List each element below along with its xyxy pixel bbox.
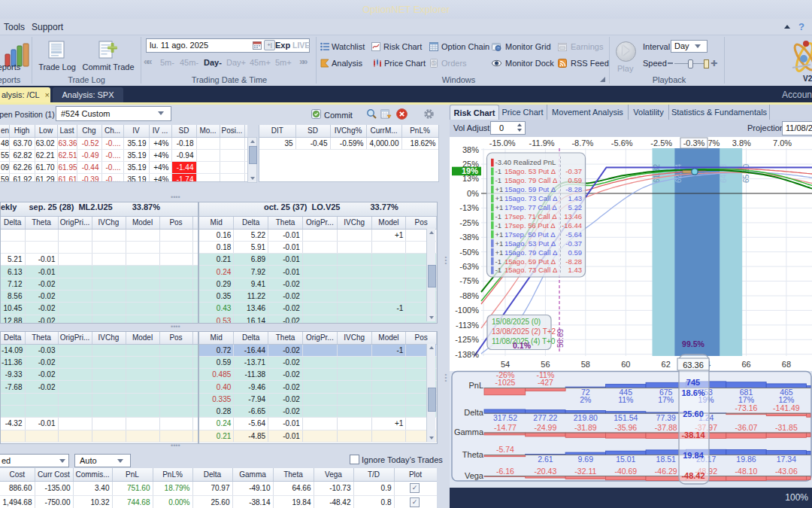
- svg-text:2%: 2%: [580, 395, 591, 404]
- svg-text:-88%: -88%: [459, 291, 479, 300]
- svg-text:17sep. 56 Put Δ: 17sep. 56 Put Δ: [504, 221, 556, 230]
- svg-text:15ago. 79 Call Δ: 15ago. 79 Call Δ: [504, 176, 558, 184]
- svg-text:2.61: 2.61: [538, 455, 553, 464]
- svg-text:5.22: 5.22: [568, 203, 583, 211]
- svg-text:17sep. 50 Put Δ: 17sep. 50 Put Δ: [504, 230, 556, 239]
- svg-text:-1: -1: [495, 221, 501, 230]
- svg-text:-38.14: -38.14: [681, 430, 705, 440]
- svg-text:18.6%: 18.6%: [681, 388, 704, 397]
- svg-text:-15.0%: -15.0%: [489, 138, 516, 148]
- svg-text:15ago. 79 Call Δ: 15ago. 79 Call Δ: [504, 248, 558, 257]
- svg-text:99.5%: 99.5%: [682, 339, 704, 348]
- svg-text:58: 58: [581, 360, 590, 369]
- svg-text:68: 68: [782, 360, 791, 369]
- svg-text:-32.11: -32.11: [574, 467, 596, 476]
- svg-text:17.34: 17.34: [777, 455, 796, 464]
- svg-text:151.54: 151.54: [614, 413, 638, 422]
- svg-text:0.59: 0.59: [568, 176, 583, 184]
- svg-text:-25%: -25%: [459, 218, 479, 227]
- svg-text:+1: +1: [495, 230, 504, 239]
- svg-text:-11.9%: -11.9%: [529, 138, 555, 148]
- svg-text:15ago. 53 Put Δ: 15ago. 53 Put Δ: [504, 239, 556, 248]
- svg-text:15/08/2025 (0): 15/08/2025 (0): [492, 318, 541, 326]
- svg-text:-5.74: -5.74: [496, 445, 514, 454]
- svg-text:11%: 11%: [618, 395, 633, 404]
- svg-text:-1: -1: [495, 167, 501, 175]
- svg-text:-5.64: -5.64: [565, 230, 582, 239]
- svg-text:-113%: -113%: [456, 321, 479, 330]
- svg-text:317.52: 317.52: [493, 413, 517, 422]
- svg-text:1.43: 1.43: [568, 194, 583, 202]
- svg-text:38%: 38%: [462, 145, 479, 154]
- svg-text:-8.28: -8.28: [565, 185, 582, 193]
- svg-text:-1: -1: [495, 266, 501, 274]
- svg-text:62.44: 62.44: [674, 164, 683, 183]
- svg-text:-13%: -13%: [459, 203, 479, 212]
- svg-text:Vega: Vega: [465, 471, 484, 480]
- svg-text:-1: -1: [495, 176, 501, 184]
- svg-text:-1: -1: [495, 257, 501, 266]
- svg-text:-2.5%: -2.5%: [650, 138, 672, 148]
- svg-text:-48.10: -48.10: [735, 467, 758, 476]
- svg-text:-43.06: -43.06: [775, 467, 798, 476]
- svg-text:61.32: 61.32: [653, 164, 661, 183]
- svg-text:277.22: 277.22: [533, 413, 557, 422]
- svg-text:15ago. 59 Put Δ: 15ago. 59 Put Δ: [504, 257, 556, 266]
- svg-text:15ago. 59 Put Δ: 15ago. 59 Put Δ: [504, 185, 556, 193]
- svg-text:-36.07: -36.07: [735, 423, 758, 432]
- svg-text:15ago. 73 Call Δ: 15ago. 73 Call Δ: [504, 194, 558, 202]
- svg-text:-8.7%: -8.7%: [571, 138, 593, 148]
- svg-text:-50%: -50%: [459, 248, 479, 257]
- svg-text:77.39: 77.39: [656, 413, 676, 422]
- svg-text:-125%: -125%: [455, 335, 479, 344]
- svg-text:745: 745: [686, 378, 700, 387]
- svg-text:17sep. 77 Call Δ: 17sep. 77 Call Δ: [504, 203, 557, 211]
- svg-text:15.01: 15.01: [616, 455, 635, 464]
- svg-text:17sep. 71 Call Δ: 17sep. 71 Call Δ: [504, 212, 557, 221]
- svg-text:19%: 19%: [462, 166, 478, 175]
- svg-text:0.1%: 0.1%: [513, 341, 532, 350]
- svg-text:-0.37: -0.37: [565, 167, 582, 175]
- svg-text:-0.3%: -0.3%: [683, 138, 705, 148]
- svg-text:-35.96: -35.96: [614, 423, 637, 432]
- svg-text:-31.89: -31.89: [574, 423, 597, 432]
- svg-text:-37.88: -37.88: [655, 423, 677, 432]
- svg-text:7%: 7%: [708, 138, 720, 148]
- svg-text:-8.28: -8.28: [565, 257, 582, 266]
- svg-text:+1: +1: [495, 248, 504, 257]
- svg-text:60: 60: [621, 360, 630, 369]
- svg-text:-1: -1: [495, 212, 501, 221]
- svg-text:+1: +1: [495, 185, 504, 193]
- svg-text:-141.49: -141.49: [773, 403, 800, 412]
- svg-text:-0.37: -0.37: [565, 239, 582, 248]
- svg-text:15ago. 53 Put Δ: 15ago. 53 Put Δ: [504, 167, 556, 175]
- svg-text:-3.40 Realized PnL: -3.40 Realized PnL: [495, 158, 556, 166]
- svg-text:62: 62: [662, 360, 671, 369]
- svg-text:25.60: 25.60: [683, 409, 704, 418]
- svg-text:-100%: -100%: [455, 306, 479, 315]
- svg-text:15ago. 73 Call Δ: 15ago. 73 Call Δ: [504, 266, 558, 274]
- svg-text:7.0%: 7.0%: [773, 138, 792, 148]
- svg-text:+1: +1: [495, 239, 504, 248]
- svg-text:66: 66: [741, 360, 750, 369]
- svg-text:+1: +1: [495, 203, 504, 211]
- svg-text:+1: +1: [495, 194, 504, 202]
- svg-text:219.80: 219.80: [574, 413, 598, 422]
- svg-text:0.59: 0.59: [568, 248, 583, 257]
- svg-text:-38%: -38%: [459, 233, 479, 242]
- svg-text:-46.29: -46.29: [655, 467, 677, 476]
- svg-text:13.46: 13.46: [564, 212, 582, 221]
- svg-text:-73.16: -73.16: [735, 403, 758, 412]
- svg-text:PnL: PnL: [468, 381, 483, 390]
- svg-text:9.69: 9.69: [578, 455, 594, 464]
- svg-text:Theta: Theta: [462, 450, 484, 459]
- svg-text:-1025: -1025: [495, 378, 516, 387]
- svg-text:13/08/2025 (2) T+2: 13/08/2025 (2) T+2: [492, 327, 556, 336]
- svg-text:56.69: 56.69: [556, 329, 565, 348]
- svg-text:-20.43: -20.43: [535, 467, 557, 476]
- svg-text:-75%: -75%: [459, 276, 479, 285]
- svg-text:$: $: [432, 60, 435, 65]
- svg-text:19.86: 19.86: [736, 455, 756, 464]
- svg-text:19.84: 19.84: [683, 451, 704, 460]
- svg-text:-63%: -63%: [459, 262, 479, 271]
